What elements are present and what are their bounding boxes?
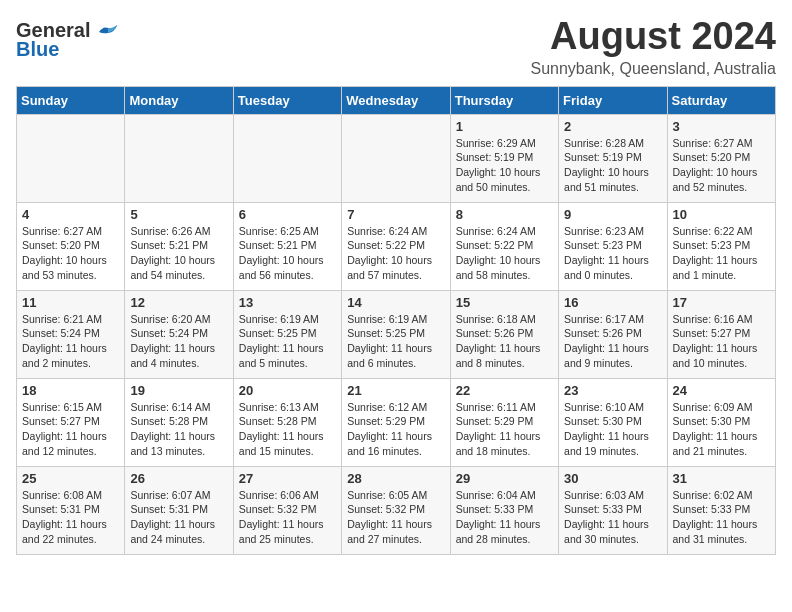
header-friday: Friday (559, 86, 667, 114)
calendar-cell: 26Sunrise: 6:07 AM Sunset: 5:31 PM Dayli… (125, 466, 233, 554)
calendar-cell: 15Sunrise: 6:18 AM Sunset: 5:26 PM Dayli… (450, 290, 558, 378)
day-number: 7 (347, 207, 444, 222)
calendar-cell: 25Sunrise: 6:08 AM Sunset: 5:31 PM Dayli… (17, 466, 125, 554)
calendar-cell: 12Sunrise: 6:20 AM Sunset: 5:24 PM Dayli… (125, 290, 233, 378)
calendar-cell: 21Sunrise: 6:12 AM Sunset: 5:29 PM Dayli… (342, 378, 450, 466)
day-number: 9 (564, 207, 661, 222)
cell-info: Sunrise: 6:21 AM Sunset: 5:24 PM Dayligh… (22, 312, 119, 371)
cell-info: Sunrise: 6:12 AM Sunset: 5:29 PM Dayligh… (347, 400, 444, 459)
day-number: 3 (673, 119, 770, 134)
calendar-cell: 28Sunrise: 6:05 AM Sunset: 5:32 PM Dayli… (342, 466, 450, 554)
calendar-cell: 19Sunrise: 6:14 AM Sunset: 5:28 PM Dayli… (125, 378, 233, 466)
day-number: 17 (673, 295, 770, 310)
day-number: 29 (456, 471, 553, 486)
calendar-cell: 3Sunrise: 6:27 AM Sunset: 5:20 PM Daylig… (667, 114, 775, 202)
day-number: 20 (239, 383, 336, 398)
header-monday: Monday (125, 86, 233, 114)
calendar-cell: 6Sunrise: 6:25 AM Sunset: 5:21 PM Daylig… (233, 202, 341, 290)
calendar-cell: 18Sunrise: 6:15 AM Sunset: 5:27 PM Dayli… (17, 378, 125, 466)
cell-info: Sunrise: 6:23 AM Sunset: 5:23 PM Dayligh… (564, 224, 661, 283)
header-saturday: Saturday (667, 86, 775, 114)
day-number: 10 (673, 207, 770, 222)
cell-info: Sunrise: 6:05 AM Sunset: 5:32 PM Dayligh… (347, 488, 444, 547)
calendar-cell: 7Sunrise: 6:24 AM Sunset: 5:22 PM Daylig… (342, 202, 450, 290)
cell-info: Sunrise: 6:03 AM Sunset: 5:33 PM Dayligh… (564, 488, 661, 547)
calendar-cell: 11Sunrise: 6:21 AM Sunset: 5:24 PM Dayli… (17, 290, 125, 378)
cell-info: Sunrise: 6:11 AM Sunset: 5:29 PM Dayligh… (456, 400, 553, 459)
calendar-cell: 1Sunrise: 6:29 AM Sunset: 5:19 PM Daylig… (450, 114, 558, 202)
calendar-cell: 13Sunrise: 6:19 AM Sunset: 5:25 PM Dayli… (233, 290, 341, 378)
cell-info: Sunrise: 6:06 AM Sunset: 5:32 PM Dayligh… (239, 488, 336, 547)
header-sunday: Sunday (17, 86, 125, 114)
cell-info: Sunrise: 6:15 AM Sunset: 5:27 PM Dayligh… (22, 400, 119, 459)
logo-text: General (16, 20, 119, 40)
calendar-cell: 8Sunrise: 6:24 AM Sunset: 5:22 PM Daylig… (450, 202, 558, 290)
cell-info: Sunrise: 6:28 AM Sunset: 5:19 PM Dayligh… (564, 136, 661, 195)
day-number: 25 (22, 471, 119, 486)
day-number: 22 (456, 383, 553, 398)
cell-info: Sunrise: 6:04 AM Sunset: 5:33 PM Dayligh… (456, 488, 553, 547)
day-number: 13 (239, 295, 336, 310)
cell-info: Sunrise: 6:26 AM Sunset: 5:21 PM Dayligh… (130, 224, 227, 283)
calendar-cell: 14Sunrise: 6:19 AM Sunset: 5:25 PM Dayli… (342, 290, 450, 378)
day-number: 18 (22, 383, 119, 398)
cell-info: Sunrise: 6:10 AM Sunset: 5:30 PM Dayligh… (564, 400, 661, 459)
cell-info: Sunrise: 6:13 AM Sunset: 5:28 PM Dayligh… (239, 400, 336, 459)
calendar-cell (342, 114, 450, 202)
calendar-table: SundayMondayTuesdayWednesdayThursdayFrid… (16, 86, 776, 555)
calendar-cell: 23Sunrise: 6:10 AM Sunset: 5:30 PM Dayli… (559, 378, 667, 466)
day-number: 2 (564, 119, 661, 134)
calendar-cell: 4Sunrise: 6:27 AM Sunset: 5:20 PM Daylig… (17, 202, 125, 290)
cell-info: Sunrise: 6:19 AM Sunset: 5:25 PM Dayligh… (347, 312, 444, 371)
header-wednesday: Wednesday (342, 86, 450, 114)
calendar-cell: 30Sunrise: 6:03 AM Sunset: 5:33 PM Dayli… (559, 466, 667, 554)
calendar-cell: 5Sunrise: 6:26 AM Sunset: 5:21 PM Daylig… (125, 202, 233, 290)
cell-info: Sunrise: 6:09 AM Sunset: 5:30 PM Dayligh… (673, 400, 770, 459)
header-thursday: Thursday (450, 86, 558, 114)
logo: General Blue (16, 20, 119, 61)
day-number: 5 (130, 207, 227, 222)
day-number: 14 (347, 295, 444, 310)
cell-info: Sunrise: 6:24 AM Sunset: 5:22 PM Dayligh… (456, 224, 553, 283)
location-title: Sunnybank, Queensland, Australia (531, 60, 777, 78)
day-number: 28 (347, 471, 444, 486)
day-number: 12 (130, 295, 227, 310)
calendar-cell: 31Sunrise: 6:02 AM Sunset: 5:33 PM Dayli… (667, 466, 775, 554)
cell-info: Sunrise: 6:08 AM Sunset: 5:31 PM Dayligh… (22, 488, 119, 547)
day-number: 31 (673, 471, 770, 486)
day-number: 26 (130, 471, 227, 486)
week-row-4: 18Sunrise: 6:15 AM Sunset: 5:27 PM Dayli… (17, 378, 776, 466)
day-number: 1 (456, 119, 553, 134)
calendar-cell (125, 114, 233, 202)
cell-info: Sunrise: 6:14 AM Sunset: 5:28 PM Dayligh… (130, 400, 227, 459)
calendar-cell: 20Sunrise: 6:13 AM Sunset: 5:28 PM Dayli… (233, 378, 341, 466)
cell-info: Sunrise: 6:20 AM Sunset: 5:24 PM Dayligh… (130, 312, 227, 371)
calendar-cell: 22Sunrise: 6:11 AM Sunset: 5:29 PM Dayli… (450, 378, 558, 466)
day-number: 8 (456, 207, 553, 222)
cell-info: Sunrise: 6:25 AM Sunset: 5:21 PM Dayligh… (239, 224, 336, 283)
day-number: 24 (673, 383, 770, 398)
calendar-cell (17, 114, 125, 202)
month-title: August 2024 (531, 16, 777, 58)
cell-info: Sunrise: 6:27 AM Sunset: 5:20 PM Dayligh… (673, 136, 770, 195)
day-number: 19 (130, 383, 227, 398)
day-number: 23 (564, 383, 661, 398)
title-block: August 2024 Sunnybank, Queensland, Austr… (531, 16, 777, 78)
calendar-cell: 9Sunrise: 6:23 AM Sunset: 5:23 PM Daylig… (559, 202, 667, 290)
cell-info: Sunrise: 6:29 AM Sunset: 5:19 PM Dayligh… (456, 136, 553, 195)
cell-info: Sunrise: 6:02 AM Sunset: 5:33 PM Dayligh… (673, 488, 770, 547)
header-tuesday: Tuesday (233, 86, 341, 114)
calendar-cell: 24Sunrise: 6:09 AM Sunset: 5:30 PM Dayli… (667, 378, 775, 466)
calendar-cell: 16Sunrise: 6:17 AM Sunset: 5:26 PM Dayli… (559, 290, 667, 378)
day-number: 21 (347, 383, 444, 398)
cell-info: Sunrise: 6:19 AM Sunset: 5:25 PM Dayligh… (239, 312, 336, 371)
page-header: General Blue August 2024 Sunnybank, Quee… (16, 16, 776, 78)
cell-info: Sunrise: 6:07 AM Sunset: 5:31 PM Dayligh… (130, 488, 227, 547)
week-row-5: 25Sunrise: 6:08 AM Sunset: 5:31 PM Dayli… (17, 466, 776, 554)
calendar-cell: 17Sunrise: 6:16 AM Sunset: 5:27 PM Dayli… (667, 290, 775, 378)
calendar-cell: 2Sunrise: 6:28 AM Sunset: 5:19 PM Daylig… (559, 114, 667, 202)
cell-info: Sunrise: 6:17 AM Sunset: 5:26 PM Dayligh… (564, 312, 661, 371)
day-number: 6 (239, 207, 336, 222)
calendar-cell: 27Sunrise: 6:06 AM Sunset: 5:32 PM Dayli… (233, 466, 341, 554)
logo-blue-line: Blue (16, 38, 59, 61)
